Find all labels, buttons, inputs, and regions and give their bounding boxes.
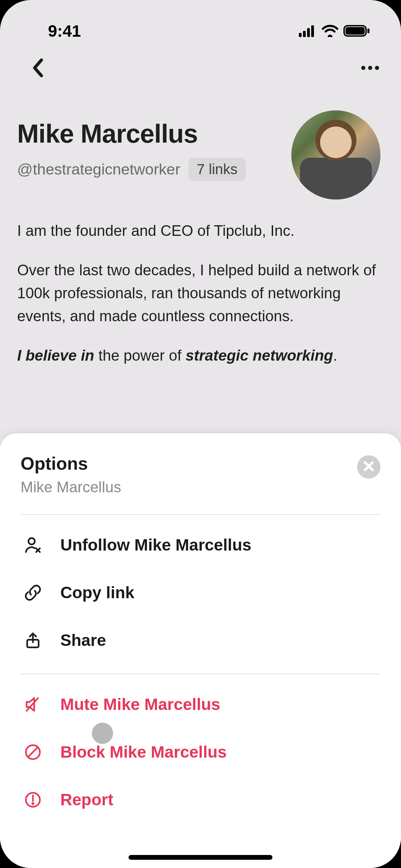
back-button[interactable] [27,58,48,79]
link-icon [24,584,42,602]
chevron-left-icon [31,58,44,79]
svg-point-9 [375,66,379,70]
bio-paragraph-1: I am the founder and CEO of Tipclub, Inc… [17,219,384,242]
svg-point-8 [368,66,372,70]
svg-rect-1 [303,31,306,37]
svg-point-10 [28,538,35,544]
bio-paragraph-2: Over the last two decades, I helped buil… [17,259,384,328]
mute-icon [24,696,42,713]
svg-point-7 [361,66,365,70]
svg-point-14 [32,803,34,804]
svg-rect-2 [307,28,310,37]
wifi-icon [321,25,339,37]
svg-rect-6 [367,28,369,33]
option-mute[interactable]: Mute Mike Marcellus [21,680,380,728]
sheet-title-block: Options Mike Marcellus [21,453,121,496]
user-x-icon [24,536,42,554]
option-mute-label: Mute Mike Marcellus [60,695,220,714]
svg-rect-5 [345,27,365,35]
more-horizontal-icon [361,64,380,73]
home-indicator[interactable] [129,855,272,860]
option-report-label: Report [60,790,113,809]
profile-section: Mike Marcellus @thestrategicnetworker 7 … [0,89,401,367]
profile-name: Mike Marcellus [17,120,291,147]
option-copy-link[interactable]: Copy link [21,569,380,616]
sheet-gap [21,664,380,674]
close-icon [363,460,375,473]
cellular-signal-icon [299,25,317,37]
profile-handle[interactable]: @thestrategicnetworker [17,160,180,178]
nav-bar [0,48,401,89]
alert-circle-icon [24,791,42,809]
options-sheet: Options Mike Marcellus Unfollow Mike Mar… [0,433,401,868]
option-copy-link-label: Copy link [60,583,134,602]
option-block-label: Block Mike Marcellus [60,743,227,761]
links-badge[interactable]: 7 links [189,158,246,181]
profile-header: Mike Marcellus @thestrategicnetworker 7 … [17,120,384,200]
divider [21,514,380,515]
block-icon [24,743,42,761]
avatar[interactable] [291,110,380,200]
option-report[interactable]: Report [21,776,380,823]
svg-rect-3 [311,25,314,37]
divider-2 [21,674,380,674]
option-block[interactable]: Block Mike Marcellus [21,728,380,776]
sheet-title: Options [21,453,121,474]
option-share-label: Share [60,631,106,650]
svg-rect-0 [299,33,302,37]
sheet-header: Options Mike Marcellus [21,453,380,496]
share-icon [24,631,42,649]
profile-bio: I am the founder and CEO of Tipclub, Inc… [17,219,384,367]
close-button[interactable] [357,455,380,479]
bio-mid: the power of [94,347,186,364]
status-icons [299,24,370,37]
bio-end: . [333,347,337,364]
profile-info: Mike Marcellus @thestrategicnetworker 7 … [17,120,291,181]
bio-paragraph-3: I believe in the power of strategic netw… [17,344,384,367]
bio-believe: I believe in [17,347,94,364]
more-button[interactable] [360,58,380,79]
bio-strategic: strategic networking [186,347,333,364]
option-share[interactable]: Share [21,616,380,664]
status-bar: 9:41 [0,14,401,48]
option-unfollow[interactable]: Unfollow Mike Marcellus [21,521,380,569]
battery-icon [343,24,370,37]
option-unfollow-label: Unfollow Mike Marcellus [60,535,251,554]
device-frame: 9:41 Mike Marcellus [0,0,401,868]
status-time: 9:41 [48,22,81,40]
profile-meta: @thestrategicnetworker 7 links [17,158,291,181]
sheet-subtitle: Mike Marcellus [21,479,121,496]
